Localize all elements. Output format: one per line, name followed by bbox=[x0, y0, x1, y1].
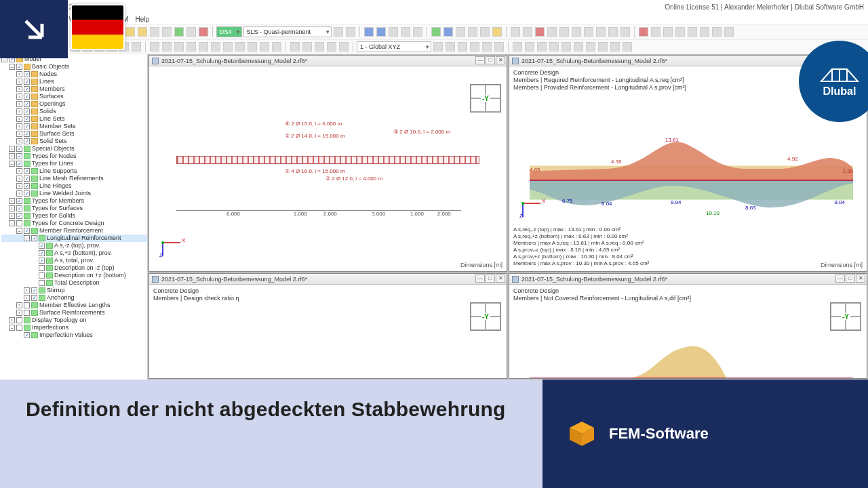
tb2-icon[interactable] bbox=[260, 42, 269, 52]
tree-item[interactable]: –Types for Concrete Design bbox=[1, 220, 147, 227]
tree-item[interactable]: ›Display Topology on bbox=[1, 317, 147, 324]
tb1-icon[interactable] bbox=[712, 27, 722, 37]
tb2-icon[interactable] bbox=[71, 42, 80, 52]
tb1-icon[interactable] bbox=[492, 27, 502, 37]
tree-item[interactable]: Total Description bbox=[1, 279, 147, 287]
tb1-icon[interactable] bbox=[724, 27, 734, 37]
tb1-icon[interactable] bbox=[83, 27, 92, 37]
tree-item[interactable]: ›Anchoring bbox=[1, 294, 147, 302]
view-min-button[interactable]: — bbox=[475, 56, 485, 64]
tb1-icon[interactable] bbox=[456, 27, 465, 37]
tb2-icon[interactable] bbox=[494, 42, 504, 52]
tb1-icon[interactable] bbox=[596, 27, 606, 37]
tb1-icon[interactable] bbox=[125, 27, 135, 37]
combo-loadcase[interactable]: SLS - Quasi-permanent bbox=[243, 26, 332, 37]
tb2-icon[interactable] bbox=[525, 42, 534, 52]
tb2-icon[interactable] bbox=[223, 42, 233, 52]
tree-item[interactable]: –Types for Lines bbox=[1, 160, 147, 167]
tb2-icon[interactable] bbox=[586, 42, 595, 52]
combo-ds[interactable]: DS4 bbox=[216, 26, 242, 37]
menu-tools[interactable]: Tools bbox=[16, 16, 32, 23]
tb1-icon[interactable] bbox=[71, 27, 80, 37]
view-bottomleft[interactable]: 2021-07-15_Schulung-Betonbemessung_Model… bbox=[149, 273, 507, 379]
tb2-icon[interactable] bbox=[302, 42, 312, 52]
tb1-icon[interactable] bbox=[572, 27, 581, 37]
tb2-icon[interactable] bbox=[339, 42, 349, 52]
tree-item[interactable]: –Longitudinal Reinforcement bbox=[1, 235, 147, 242]
tb2-icon[interactable] bbox=[623, 42, 632, 52]
tb1-icon[interactable] bbox=[688, 27, 697, 37]
tb2-icon[interactable] bbox=[327, 42, 336, 52]
tb1-icon[interactable] bbox=[138, 27, 147, 37]
tree-item[interactable]: ›Solid Sets bbox=[1, 138, 147, 145]
view-close-button[interactable]: ✕ bbox=[496, 56, 505, 64]
tree-item[interactable]: ›Member Sets bbox=[1, 123, 147, 130]
tree-item[interactable]: ›Types for Solids bbox=[1, 212, 147, 220]
tree-item[interactable]: A s, total, prov. bbox=[1, 257, 147, 264]
tb1-icon[interactable] bbox=[162, 27, 172, 37]
tb2-icon[interactable] bbox=[433, 42, 443, 52]
menu-help[interactable]: Help bbox=[135, 16, 149, 23]
tree-item[interactable]: ›Line Mesh Refinements bbox=[1, 175, 147, 182]
view-close-button[interactable]: ✕ bbox=[496, 274, 505, 283]
view-cube[interactable]: -Y bbox=[470, 84, 501, 113]
tree-item[interactable]: Description on +z (bottom) bbox=[1, 272, 147, 279]
tree-item[interactable]: ›Line Welded Joints bbox=[1, 190, 147, 197]
tree-item[interactable]: ›Members bbox=[1, 85, 147, 93]
tb2-icon[interactable] bbox=[83, 42, 92, 52]
tree-item[interactable]: Description on -z (top) bbox=[1, 264, 147, 272]
tb2-icon[interactable] bbox=[16, 42, 25, 52]
tree-item[interactable]: –Imperfections bbox=[1, 324, 147, 331]
tree-item[interactable]: ›Surfaces bbox=[1, 93, 147, 100]
tree-item[interactable]: ›Line Sets bbox=[1, 115, 147, 123]
tb2-icon[interactable] bbox=[174, 42, 184, 52]
tb2-icon[interactable] bbox=[470, 42, 479, 52]
tb2-icon[interactable] bbox=[513, 42, 522, 52]
tb2-icon[interactable] bbox=[610, 42, 620, 52]
tree-item[interactable]: ›Nodes bbox=[1, 70, 147, 78]
tree-item[interactable]: ›Surface Sets bbox=[1, 130, 147, 138]
tb1-icon[interactable] bbox=[443, 27, 453, 37]
view-min-button[interactable]: — bbox=[835, 274, 845, 283]
tb1-icon[interactable] bbox=[334, 27, 343, 37]
tb1-icon[interactable] bbox=[431, 27, 441, 37]
tb2-icon[interactable] bbox=[272, 42, 281, 52]
tree-item[interactable]: A s,+z (bottom), prov. bbox=[1, 249, 147, 257]
tb1-icon[interactable] bbox=[107, 27, 117, 37]
toolbar-2[interactable]: 1 - Global XYZ bbox=[0, 39, 868, 54]
tb1-icon[interactable] bbox=[480, 27, 490, 37]
tb2-icon[interactable] bbox=[598, 42, 608, 52]
tb2-icon[interactable] bbox=[549, 42, 559, 52]
tb2-icon[interactable] bbox=[482, 42, 492, 52]
tree-item[interactable]: Imperfection Values bbox=[1, 331, 147, 339]
tb2-icon[interactable] bbox=[235, 42, 245, 52]
tb1-icon[interactable] bbox=[639, 27, 648, 37]
tb1-icon[interactable] bbox=[389, 27, 398, 37]
tb2-icon[interactable] bbox=[248, 42, 257, 52]
tb1-icon[interactable] bbox=[46, 27, 56, 37]
menu-cadbim[interactable]: CAD-BIM bbox=[100, 16, 128, 23]
view-bottomright[interactable]: 2021-07-15_Schulung-Betonbemessung_Model… bbox=[509, 273, 867, 379]
tb1-icon[interactable] bbox=[364, 27, 374, 37]
tb2-icon[interactable] bbox=[95, 42, 104, 52]
tb1-icon[interactable] bbox=[150, 27, 159, 37]
toolbar-1[interactable]: DS4 SLS - Quasi-permanent bbox=[0, 24, 868, 39]
tb1-icon[interactable] bbox=[413, 27, 422, 37]
tree-item[interactable]: ›Types for Nodes bbox=[1, 152, 147, 160]
tb2-icon[interactable] bbox=[107, 42, 117, 52]
view-close-button[interactable]: ✕ bbox=[856, 274, 865, 283]
tb1-icon[interactable] bbox=[535, 27, 545, 37]
tb1-icon[interactable] bbox=[663, 27, 673, 37]
tb2-icon[interactable] bbox=[3, 42, 13, 52]
tb1-icon[interactable] bbox=[95, 27, 104, 37]
tb2-icon[interactable] bbox=[574, 42, 583, 52]
view-cube[interactable]: -Y bbox=[830, 302, 861, 331]
tb1-icon[interactable] bbox=[346, 27, 355, 37]
combo-coord[interactable]: 1 - Global XYZ bbox=[357, 41, 431, 52]
tb2-icon[interactable] bbox=[150, 42, 159, 52]
menu-ts[interactable]: ts bbox=[4, 16, 9, 23]
tb2-icon[interactable] bbox=[28, 42, 37, 52]
tb2-icon[interactable] bbox=[162, 42, 172, 52]
tree-item[interactable]: ›Openings bbox=[1, 100, 147, 108]
tb2-icon[interactable] bbox=[186, 42, 196, 52]
